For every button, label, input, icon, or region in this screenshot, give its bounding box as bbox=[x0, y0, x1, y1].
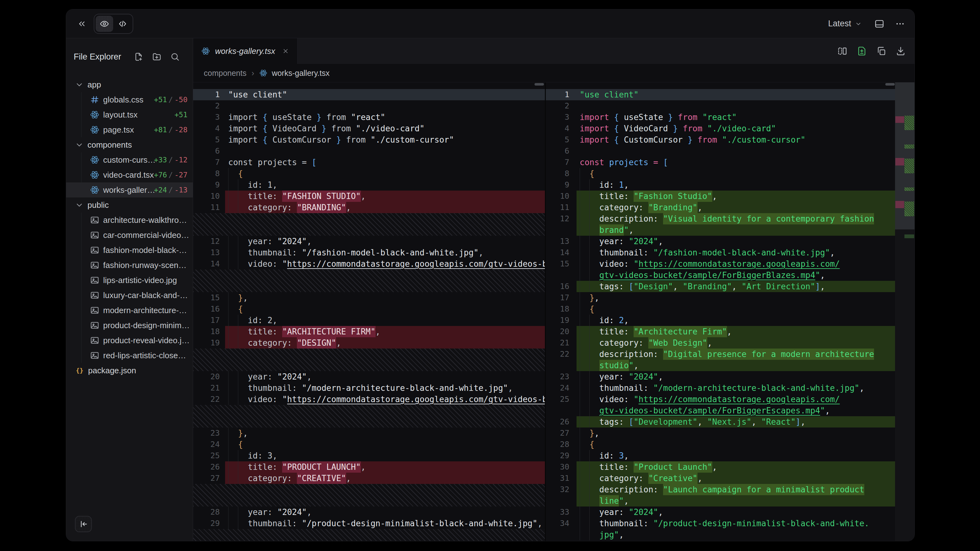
code-token: , bbox=[624, 451, 629, 460]
tree-file-page.tsx[interactable]: page.tsx+81/-28 bbox=[66, 122, 193, 137]
tree-file-fashion-runway-scen-[interactable]: fashion-runway-scen… bbox=[66, 258, 193, 273]
code-toggle-button[interactable] bbox=[114, 16, 131, 32]
code-token: } bbox=[317, 113, 326, 122]
line-number: 27 bbox=[546, 427, 576, 439]
scrollbar-thumb[interactable] bbox=[535, 83, 544, 86]
copy-code-button[interactable] bbox=[876, 46, 886, 56]
tree-file-layout.tsx[interactable]: layout.tsx+51 bbox=[66, 107, 193, 122]
code-token: title: bbox=[580, 462, 633, 472]
code-line: 22 video: "https://commondatastorage.goo… bbox=[193, 394, 545, 405]
more-options-button[interactable] bbox=[895, 19, 905, 29]
indent-guide bbox=[589, 473, 590, 484]
line-number: 14 bbox=[546, 247, 576, 258]
code-token: id: 2, bbox=[228, 316, 277, 325]
tree-file-product-reveal-video.j-[interactable]: product-reveal-video.j… bbox=[66, 333, 193, 348]
tree-file-works-galler-[interactable]: works-galler…+24/-13 bbox=[66, 183, 193, 197]
url-link[interactable]: https://commondatastorage.googleapis.com… bbox=[287, 259, 545, 268]
code-line: 6 bbox=[546, 145, 896, 157]
breadcrumb-folder[interactable]: components bbox=[204, 69, 247, 78]
diff-overview-ruler[interactable] bbox=[895, 83, 915, 541]
close-icon[interactable] bbox=[282, 48, 289, 54]
tab-works-gallery[interactable]: works-gallery.tsx bbox=[193, 38, 298, 64]
code-token: "./video-card" bbox=[356, 124, 425, 133]
tree-file-architecture-walkthro-[interactable]: architecture-walkthro… bbox=[66, 213, 193, 227]
tree-folder-components[interactable]: components bbox=[66, 137, 193, 152]
tree-file-package.json[interactable]: {}package.json bbox=[66, 363, 193, 378]
indent-guide bbox=[589, 315, 590, 326]
tree-file-modern-architecture-[interactable]: modern-architecture-… bbox=[66, 303, 193, 318]
version-dropdown[interactable]: Latest bbox=[826, 19, 864, 29]
code-token: , bbox=[633, 361, 639, 370]
tree-file-red-lips-artistic-close-[interactable]: red-lips-artistic-close… bbox=[66, 348, 193, 363]
panel-layout-button[interactable] bbox=[874, 19, 885, 29]
code-content: category: "DESIGN", bbox=[225, 337, 545, 349]
indent-guide bbox=[580, 507, 580, 518]
line-number: 5 bbox=[193, 134, 225, 145]
code-token: thumbnail: bbox=[580, 383, 653, 393]
code-content: jpg", bbox=[576, 529, 896, 540]
indent-guide bbox=[580, 495, 580, 507]
code-token: , bbox=[594, 429, 600, 438]
tree-file-custom-curs-[interactable]: custom-curs…+33/-12 bbox=[66, 152, 193, 167]
code-line: 6 bbox=[193, 145, 545, 157]
tree-folder-public[interactable]: public bbox=[66, 197, 193, 213]
collapse-sidebar-button[interactable] bbox=[75, 516, 92, 532]
line-number: 13 bbox=[546, 236, 576, 247]
tree-folder-app[interactable]: app bbox=[66, 77, 193, 92]
line-number: 3 bbox=[193, 111, 225, 123]
search-files-button[interactable] bbox=[170, 52, 180, 62]
breadcrumb-file[interactable]: works-gallery.tsx bbox=[272, 69, 329, 78]
tree-file-video-card.tsx[interactable]: video-card.tsx+76/-27 bbox=[66, 167, 193, 183]
tree-file-car-commercial-video-[interactable]: car-commercial-video… bbox=[66, 227, 193, 243]
code-token: category: bbox=[580, 473, 648, 483]
tree-file-lips-artistic-video.jpg[interactable]: lips-artistic-video.jpg bbox=[66, 273, 193, 288]
tree-file-product-design-minim-[interactable]: product-design-minim… bbox=[66, 318, 193, 333]
preview-toggle-button[interactable] bbox=[95, 16, 113, 32]
new-folder-button[interactable] bbox=[152, 52, 161, 62]
line-number: 8 bbox=[193, 168, 225, 179]
diff-pane-old: 1"use client"23import { useState } from … bbox=[193, 83, 545, 541]
code-line: 25 id: 3, bbox=[193, 450, 545, 461]
url-link[interactable]: https://commondatastorage.googleapis.com… bbox=[287, 395, 545, 404]
diff-filler-block bbox=[193, 270, 545, 292]
tree-file-luxury-car-black-and-[interactable]: luxury-car-black-and-… bbox=[66, 288, 193, 303]
split-view-button[interactable] bbox=[837, 46, 847, 56]
code-content: tags: ["Design", "Branding", "Art Direct… bbox=[576, 281, 896, 292]
scrollbar-thumb[interactable] bbox=[885, 83, 895, 86]
line-number: 20 bbox=[546, 326, 576, 337]
indent-guide bbox=[228, 371, 229, 383]
new-file-button[interactable] bbox=[134, 52, 143, 62]
line-number: 7 bbox=[546, 157, 576, 168]
diff-view-button[interactable] bbox=[857, 46, 867, 56]
line-number: 10 bbox=[546, 191, 576, 202]
code-line: 12 description: "Visual identity for a c… bbox=[546, 213, 896, 224]
code-token: , bbox=[479, 248, 484, 257]
code-token bbox=[580, 169, 589, 178]
url-link[interactable]: https://commondatastorage.googleapis.com… bbox=[639, 395, 840, 404]
url-link[interactable]: gtv-videos-bucket/sample/ForBiggerEscape… bbox=[600, 406, 820, 415]
code-content: category: "Web Design", bbox=[576, 337, 896, 349]
indent-guide bbox=[580, 236, 580, 247]
diff-stats: +51 bbox=[174, 111, 188, 119]
code-content: thumbnail: "/modern-architecture-black-a… bbox=[576, 383, 896, 394]
tree-file-fashion-model-black-[interactable]: fashion-model-black-… bbox=[66, 243, 193, 258]
collapse-chat-button[interactable] bbox=[77, 19, 87, 29]
code-token: , bbox=[825, 406, 830, 415]
url-link[interactable]: https://commondatastorage.googleapis.com… bbox=[639, 259, 840, 268]
indent-guide bbox=[228, 507, 229, 518]
code-token: CustomCursor bbox=[272, 135, 336, 144]
indent-guide bbox=[238, 191, 238, 202]
code-token: , bbox=[361, 462, 366, 472]
line-number: 8 bbox=[546, 168, 576, 179]
indent-guide bbox=[580, 168, 580, 179]
code-content: studio", bbox=[576, 360, 896, 371]
tree-item-label: product-reveal-video.j… bbox=[103, 336, 190, 345]
code-token: , bbox=[658, 372, 663, 381]
tree-file-globals.css[interactable]: globals.css+51/-50 bbox=[66, 92, 193, 107]
indent-guide bbox=[580, 405, 580, 416]
url-link[interactable]: gtv-videos-bucket/sample/ForBiggerBlazes… bbox=[600, 270, 815, 280]
indent-guide bbox=[589, 495, 590, 507]
download-button[interactable] bbox=[896, 46, 906, 56]
indent-guide bbox=[589, 281, 590, 292]
indent-guide bbox=[580, 461, 580, 473]
